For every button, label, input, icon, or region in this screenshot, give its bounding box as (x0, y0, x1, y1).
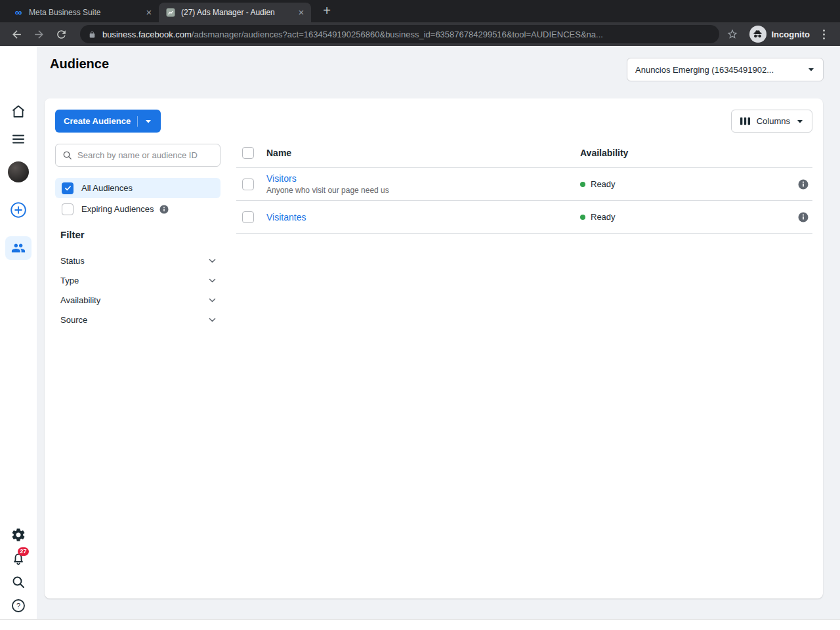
filter-group-type[interactable]: Type (60, 270, 217, 290)
tab-title: Meta Business Suite (29, 8, 138, 17)
tab-title: (27) Ads Manager - Audien (181, 8, 290, 17)
filter-group-availability[interactable]: Availability (60, 290, 217, 310)
ads-manager-favicon-icon (165, 7, 176, 18)
account-selector-value: Anuncios Emerging (16345491902... (635, 65, 802, 75)
audience-description: Anyone who visit our page need us (266, 186, 580, 195)
audience-name-link[interactable]: Visitors (266, 173, 580, 184)
back-button[interactable] (7, 25, 26, 43)
columns-button[interactable]: Columns (731, 110, 812, 133)
row-checkbox[interactable] (242, 211, 254, 223)
expiring-audiences-label: Expiring Audiences (81, 204, 154, 214)
search-magnifier-icon (62, 150, 72, 160)
url-path: /adsmanager/audiences?act=16345491902568… (192, 30, 603, 39)
audience-search (55, 144, 220, 167)
main-content: Audience Anuncios Emerging (16345491902.… (37, 46, 840, 619)
info-icon[interactable] (159, 205, 169, 214)
home-icon[interactable] (10, 104, 26, 119)
select-all-checkbox[interactable] (242, 147, 254, 159)
account-selector[interactable]: Anuncios Emerging (16345491902... (627, 58, 824, 81)
checkbox-checked-icon[interactable] (62, 182, 74, 194)
close-icon[interactable]: × (143, 7, 155, 18)
browser-toolbar: business.facebook.com/adsmanager/audienc… (0, 22, 840, 46)
new-tab-button[interactable]: + (318, 2, 336, 20)
chevron-down-icon (208, 257, 217, 265)
info-icon[interactable] (798, 179, 808, 190)
tab-meta-business-suite[interactable]: ∞ Meta Business Suite × (7, 3, 159, 22)
chevron-down-icon (144, 117, 152, 125)
filter-group-status[interactable]: Status (60, 251, 217, 270)
back-arrow-icon (10, 28, 23, 41)
filter-group-label: Source (60, 315, 87, 325)
filter-group-source[interactable]: Source (60, 310, 217, 329)
search-input[interactable] (77, 150, 213, 160)
chevron-down-icon (208, 316, 217, 324)
chevron-down-icon (796, 117, 804, 125)
availability-status: Ready (580, 179, 616, 189)
availability-label: Ready (591, 212, 616, 222)
column-header-name[interactable]: Name (266, 148, 580, 158)
url-bar[interactable]: business.facebook.com/adsmanager/audienc… (80, 25, 719, 43)
page-footer-strip (0, 619, 840, 630)
chevron-down-icon (208, 296, 217, 304)
chevron-down-icon (208, 276, 217, 285)
bookmark-star-button[interactable] (723, 25, 742, 43)
columns-grid-icon (740, 116, 751, 126)
checkbox-unchecked-icon[interactable] (62, 203, 74, 215)
screen: ∞ Meta Business Suite × (27) Ads Manager… (0, 0, 840, 630)
incognito-icon (749, 26, 766, 43)
columns-label: Columns (757, 116, 790, 126)
info-icon[interactable] (798, 212, 808, 222)
filter-group-label: Type (60, 276, 79, 285)
incognito-badge: Incognito (749, 26, 810, 43)
filter-group-label: Status (60, 256, 85, 266)
svg-text:?: ? (16, 602, 20, 610)
close-icon[interactable]: × (295, 7, 307, 18)
page-title: Audience (50, 56, 109, 72)
filter-group-label: Availability (60, 295, 100, 305)
star-icon (726, 28, 738, 40)
url-text: business.facebook.com/adsmanager/audienc… (102, 30, 603, 39)
meta-favicon-icon: ∞ (13, 7, 24, 18)
browser-menu-button[interactable] (816, 26, 831, 42)
expiring-audiences-filter[interactable]: Expiring Audiences (55, 199, 220, 219)
ready-dot-icon (580, 182, 585, 187)
column-header-availability[interactable]: Availability (580, 148, 628, 158)
all-audiences-label: All Audiences (81, 183, 133, 193)
row-checkbox[interactable] (242, 178, 254, 190)
table-row[interactable]: Visitors Anyone who visit our page need … (236, 168, 812, 201)
help-icon[interactable]: ? (10, 598, 26, 614)
all-audiences-filter[interactable]: All Audiences (55, 178, 220, 198)
table-row[interactable]: Visitantes Ready (236, 201, 812, 234)
lock-icon (88, 30, 96, 39)
menu-icon[interactable] (10, 131, 26, 147)
gear-icon[interactable] (10, 527, 26, 543)
tab-ads-manager[interactable]: (27) Ads Manager - Audien × (159, 3, 311, 22)
create-audience-label: Create Audience (64, 116, 131, 126)
availability-label: Ready (591, 179, 616, 189)
avatar[interactable] (8, 161, 29, 182)
filter-heading: Filter (60, 229, 85, 240)
audiences-card: Create Audience Columns All Audiences Ex… (45, 98, 823, 598)
reload-button[interactable] (52, 25, 70, 43)
ready-dot-icon (580, 215, 585, 220)
notification-badge: 27 (18, 547, 29, 556)
availability-status: Ready (580, 212, 616, 222)
button-divider (137, 116, 138, 127)
forward-button[interactable] (30, 25, 48, 43)
table-header-row: Name Availability (236, 138, 812, 168)
search-icon[interactable] (10, 574, 26, 590)
create-audience-button[interactable]: Create Audience (55, 110, 161, 133)
incognito-label: Incognito (772, 30, 810, 39)
audience-name-link[interactable]: Visitantes (266, 212, 580, 222)
create-plus-icon[interactable] (10, 201, 27, 219)
audiences-table: Name Availability Visitors Anyone who vi… (236, 138, 812, 234)
chevron-down-icon (807, 66, 815, 74)
reload-icon (55, 28, 68, 41)
forward-arrow-icon (33, 28, 45, 41)
left-rail: 27 ? (0, 46, 37, 619)
url-domain: business.facebook.com (102, 30, 192, 39)
browser-tabstrip: ∞ Meta Business Suite × (27) Ads Manager… (0, 0, 840, 22)
audiences-icon[interactable] (5, 236, 32, 260)
